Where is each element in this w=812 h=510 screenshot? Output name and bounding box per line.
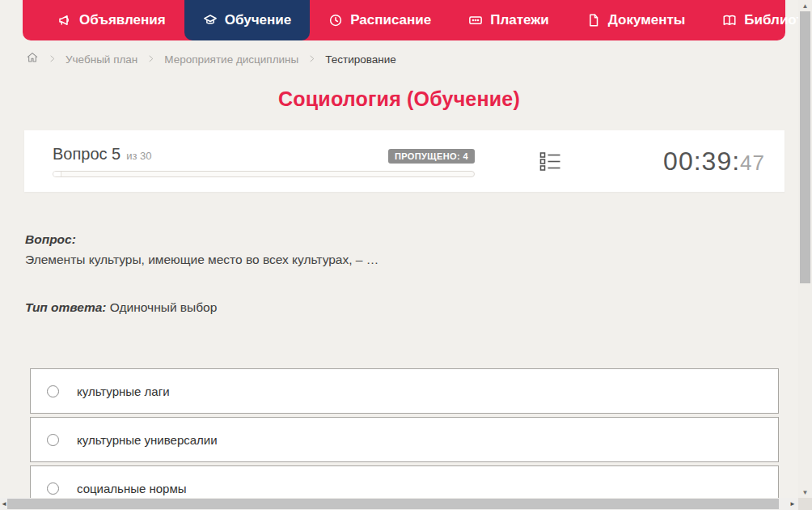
scroll-up-arrow[interactable]: ▲ [798,0,812,11]
nav-item-schedule[interactable]: Расписание [310,0,450,40]
nav-item-label: Объявления [79,12,166,28]
answer-options: культурные лаги культурные универсалии с… [30,368,779,498]
scroll-down-arrow[interactable]: ▼ [798,487,812,498]
banknote-icon [468,13,483,28]
answer-type-value: Одиночный выбор [110,300,218,314]
chevron-right-icon [146,52,155,66]
timer-seconds: 47 [740,151,765,175]
question-number: Вопрос 5 [53,145,121,164]
home-icon[interactable] [26,51,39,67]
answer-type-label: Тип ответа: [25,300,107,314]
progress-bar-fill [53,172,61,176]
nav-item-label: Платежи [490,12,549,28]
timer-minutes: 00:39: [663,147,740,176]
question-list-icon [539,151,561,172]
main-content: Объявления Обучение Расписание Платежи Д… [0,0,798,498]
page-title: Социология (Обучение) [0,87,798,111]
answer-option-2[interactable]: культурные универсалии [30,417,779,462]
graduation-cap-icon [203,13,218,28]
question-progress-left: Вопрос 5 из 30 ПРОПУЩЕНО: 4 [24,145,475,177]
top-navbar: Объявления Обучение Расписание Платежи Д… [23,0,785,40]
question-label: Вопрос: [25,232,798,247]
answer-option-label: социальные нормы [77,482,187,495]
scrollbar-corner [798,498,812,510]
question-list-button[interactable] [539,151,561,172]
nav-item-label: Расписание [350,12,431,28]
progress-bar [53,171,475,177]
breadcrumb-discipline-event[interactable]: Мероприятие дисциплины [164,53,298,66]
question-total: из 30 [126,150,151,162]
vertical-scrollbar-thumb[interactable] [800,11,810,283]
question-text: Элементы культуры, имеющие место во всех… [25,253,798,267]
answer-option-1[interactable]: культурные лаги [30,368,779,414]
timer: 00:39:47 [663,147,785,176]
nav-item-documents[interactable]: Документы [568,0,704,40]
question-section: Вопрос: Элементы культуры, имеющие место… [25,232,798,315]
megaphone-icon [57,13,72,28]
nav-item-announcements[interactable]: Объявления [39,0,184,40]
chevron-right-icon [307,52,316,66]
radio-button[interactable] [47,434,59,446]
nav-item-payments[interactable]: Платежи [450,0,568,40]
chevron-right-icon [48,52,57,66]
skipped-badge: ПРОПУЩЕНО: 4 [388,149,475,164]
nav-item-label: Документы [608,12,686,28]
answer-option-label: культурные лаги [77,385,170,398]
book-icon [722,13,737,28]
nav-item-label: Обучение [225,12,291,28]
breadcrumb: Учебный план Мероприятие дисциплины Тест… [26,52,798,66]
radio-button[interactable] [47,385,59,397]
scroll-right-arrow[interactable]: ► [789,498,797,510]
vertical-scrollbar[interactable]: ▲ ▼ [798,0,812,498]
radio-button[interactable] [47,482,59,495]
breadcrumb-testing: Тестирование [325,53,396,66]
horizontal-scrollbar[interactable]: ◄ ► [0,498,798,510]
answer-option-3[interactable]: социальные нормы [30,465,779,498]
clock-icon [328,13,343,28]
breadcrumb-curriculum[interactable]: Учебный план [66,53,137,66]
nav-item-label: Библиотека [744,12,798,28]
answer-type-row: Тип ответа: Одиночный выбор [25,300,798,315]
nav-item-library[interactable]: Библиотека [704,0,798,40]
document-icon [586,13,601,28]
question-progress-card: Вопрос 5 из 30 ПРОПУЩЕНО: 4 00:39:47 [24,130,785,192]
horizontal-scrollbar-thumb[interactable] [7,499,779,509]
nav-item-learning[interactable]: Обучение [184,0,310,40]
answer-option-label: культурные универсалии [77,433,218,447]
